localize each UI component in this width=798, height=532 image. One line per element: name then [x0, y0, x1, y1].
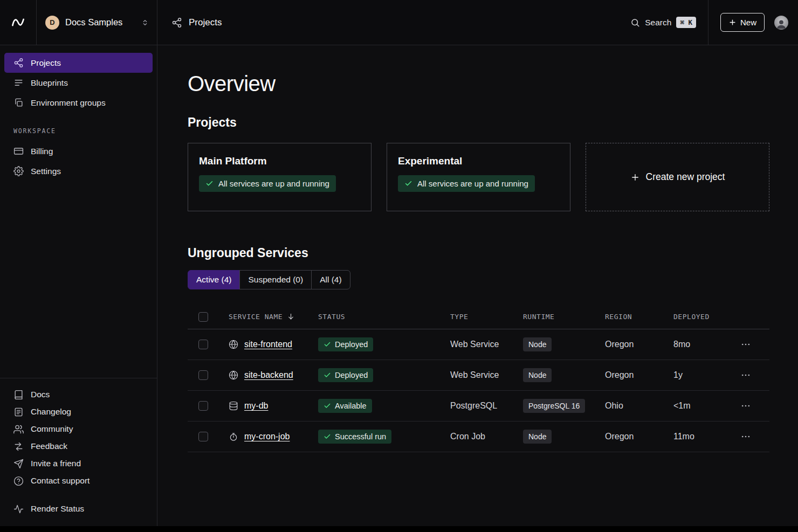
service-deployed: 1y	[673, 370, 727, 380]
sidebar-item-docs[interactable]: Docs	[4, 386, 153, 403]
status-text: Successful run	[335, 432, 386, 441]
service-deployed: 11mo	[673, 432, 727, 441]
project-card-experimental[interactable]: Experimental All services are up and run…	[387, 143, 570, 211]
plus-icon	[630, 172, 640, 182]
check-icon	[205, 179, 214, 188]
sidebar-item-label: Settings	[31, 167, 61, 176]
sidebar-item-render-status[interactable]: Render Status	[4, 500, 153, 517]
service-type: Web Service	[450, 370, 523, 380]
user-avatar[interactable]	[774, 16, 788, 30]
sidebar-item-community[interactable]: Community	[4, 420, 153, 438]
runtime-badge: Node	[523, 430, 552, 444]
column-header-status[interactable]: STATUS	[318, 313, 450, 321]
sidebar-item-projects[interactable]: Projects	[4, 53, 153, 73]
check-icon	[404, 179, 412, 188]
table-header-row: SERVICE NAME STATUS TYPE RUNTIME REGION …	[188, 305, 769, 329]
sidebar-item-label: Blueprints	[31, 78, 68, 88]
sidebar-item-invite-a-friend[interactable]: Invite a friend	[4, 455, 153, 472]
projects-section-heading: Projects	[188, 115, 769, 130]
activity-pulse-icon	[13, 504, 24, 514]
select-all-checkbox[interactable]	[198, 312, 208, 322]
sidebar-footer: Docs Changelog Community	[0, 378, 157, 517]
tab-all[interactable]: All (4)	[311, 270, 350, 289]
workspace-name: Docs Samples	[65, 17, 135, 27]
row-checkbox[interactable]	[198, 340, 208, 349]
ungrouped-services-heading: Ungrouped Services	[188, 246, 769, 260]
plus-icon	[728, 18, 737, 26]
check-icon	[324, 433, 331, 440]
column-header-type[interactable]: TYPE	[450, 313, 523, 321]
table-row: my-cron-job Successful run Cron Job Node…	[188, 422, 769, 452]
check-icon	[324, 402, 331, 410]
row-menu-button[interactable]	[740, 400, 769, 411]
search-button[interactable]: Search ⌘ K	[618, 17, 708, 28]
row-menu-button[interactable]	[740, 370, 769, 381]
sidebar-item-label: Projects	[31, 58, 61, 68]
tab-suspended[interactable]: Suspended (0)	[239, 270, 312, 289]
project-card-title: Main Platform	[199, 155, 360, 167]
database-icon	[229, 401, 238, 411]
sidebar-item-label: Invite a friend	[31, 459, 81, 468]
sidebar-item-billing[interactable]: Billing	[4, 141, 153, 161]
sidebar-item-feedback[interactable]: Feedback	[4, 438, 153, 455]
stopwatch-icon	[229, 432, 238, 441]
topbar-page: Projects	[157, 17, 222, 28]
search-icon	[630, 18, 640, 27]
chevron-up-down-icon	[141, 18, 149, 27]
sidebar-item-label: Docs	[31, 390, 50, 399]
service-type: Web Service	[450, 340, 523, 349]
column-header-deployed[interactable]: DEPLOYED	[673, 313, 727, 321]
sidebar-item-label: Render Status	[31, 504, 84, 514]
project-card-main-platform[interactable]: Main Platform All services are up and ru…	[188, 143, 372, 211]
services-table: SERVICE NAME STATUS TYPE RUNTIME REGION …	[188, 305, 769, 452]
service-deployed: <1m	[673, 401, 727, 411]
sidebar-item-label: Environment groups	[31, 98, 106, 108]
feedback-arrows-icon	[13, 441, 24, 452]
row-checkbox[interactable]	[198, 370, 208, 380]
status-text: Deployed	[335, 371, 368, 379]
status-text: Available	[335, 402, 367, 410]
tab-active[interactable]: Active (4)	[188, 270, 240, 289]
topbar-right: Search ⌘ K New	[618, 0, 798, 45]
sidebar-item-label: Billing	[31, 147, 53, 156]
globe-icon	[229, 340, 238, 349]
status-badge: Available	[318, 399, 372, 413]
create-new-project-button[interactable]: Create new project	[586, 143, 769, 211]
runtime-badge: PostgreSQL 16	[523, 399, 585, 413]
sidebar-item-blueprints[interactable]: Blueprints	[4, 73, 153, 93]
page-title: Overview	[188, 72, 769, 96]
sidebar-item-settings[interactable]: Settings	[4, 161, 153, 181]
runtime-badge: Node	[523, 368, 552, 382]
service-link[interactable]: site-frontend	[244, 340, 292, 349]
row-menu-button[interactable]	[740, 339, 769, 350]
check-icon	[324, 341, 331, 348]
services-status-text: All services are up and running	[218, 179, 329, 188]
row-menu-button[interactable]	[740, 431, 769, 442]
sort-descending-icon[interactable]	[287, 313, 295, 321]
users-icon	[13, 424, 24, 434]
search-shortcut-badge: ⌘ K	[676, 17, 696, 28]
sidebar-item-contact-support[interactable]: Contact support	[4, 472, 153, 489]
sidebar-item-environment-groups[interactable]: Environment groups	[4, 93, 153, 113]
services-status-badge: All services are up and running	[199, 175, 336, 192]
service-link[interactable]: my-cron-job	[244, 432, 290, 441]
sidebar: Projects Blueprints Environment groups W…	[0, 45, 157, 526]
service-type: Cron Job	[450, 432, 523, 441]
column-header-region[interactable]: REGION	[605, 313, 673, 321]
app-window: D Docs Samples Projects	[0, 0, 798, 526]
column-header-service-name[interactable]: SERVICE NAME	[229, 313, 283, 321]
service-region: Oregon	[605, 432, 673, 441]
changelog-icon	[13, 407, 24, 417]
workspace-selector[interactable]: D Docs Samples	[37, 0, 157, 45]
status-badge: Deployed	[318, 368, 373, 382]
row-checkbox[interactable]	[198, 401, 208, 411]
service-link[interactable]: my-db	[244, 401, 268, 411]
render-logo[interactable]	[0, 0, 37, 45]
status-badge: Deployed	[318, 337, 373, 351]
new-button[interactable]: New	[720, 13, 765, 32]
sidebar-item-changelog[interactable]: Changelog	[4, 403, 153, 420]
row-checkbox[interactable]	[198, 432, 208, 441]
runtime-badge: Node	[523, 337, 552, 351]
service-link[interactable]: site-backend	[244, 370, 293, 380]
column-header-runtime[interactable]: RUNTIME	[523, 313, 605, 321]
